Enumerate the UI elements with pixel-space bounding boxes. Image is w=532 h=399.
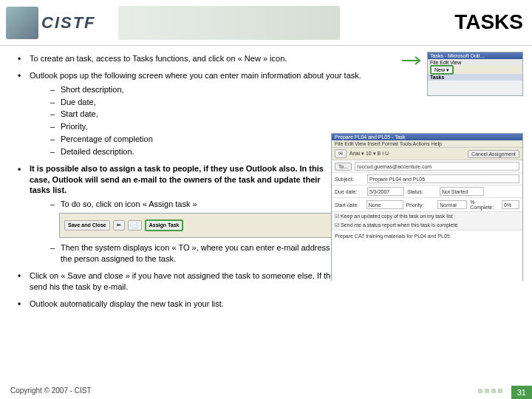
status-label: Status: bbox=[407, 189, 437, 194]
copyright: Copyright © 2007 - CIST bbox=[10, 386, 92, 395]
logo-text: CISTF bbox=[41, 13, 96, 33]
task-window-screenshot: Prepare PL04 and PL05 - Task File Edit V… bbox=[331, 133, 523, 281]
tasks-pane-screenshot: Tasks - Microsoft Outl… File Edit View N… bbox=[427, 52, 523, 96]
copy-icon: 📄 bbox=[128, 220, 142, 230]
check-2-label: Send me a status report when this task i… bbox=[341, 222, 457, 228]
sub-2-3: Start date, bbox=[30, 109, 519, 120]
assign-toolbar-screenshot: Save and Close ✂ 📄 Assign Task bbox=[59, 213, 355, 238]
thumb-tasks-label: Tasks bbox=[428, 74, 522, 81]
new-button: New ▾ bbox=[430, 65, 454, 75]
status-field: Not Started bbox=[440, 187, 484, 196]
check-2: ☑ Send me a status report when this task… bbox=[335, 222, 457, 228]
sub-3-1: To do so, click on icon « Assign task » bbox=[30, 199, 324, 210]
send-icon: ✉ bbox=[335, 149, 347, 158]
logo: CISTF bbox=[6, 3, 117, 43]
bullet-2-text: Outlook pops up the following screen whe… bbox=[30, 71, 361, 80]
page-title: TASKS bbox=[454, 10, 523, 34]
slide-header: CISTF TASKS bbox=[0, 0, 532, 46]
save-and-close-button: Save and Close bbox=[64, 220, 110, 230]
bullet-3: It is possible also to assign a task to … bbox=[13, 163, 324, 265]
start-field: None bbox=[366, 200, 403, 209]
logo-mark bbox=[6, 7, 38, 39]
cancel-assignment-button: Cancel Assignment bbox=[468, 150, 519, 158]
sub-2-2: Due date, bbox=[30, 97, 519, 108]
priority-field: Normal bbox=[437, 200, 467, 209]
due-field: 5/3/2007 bbox=[367, 187, 404, 196]
cut-icon: ✂ bbox=[113, 220, 125, 230]
to-button: To... bbox=[335, 163, 352, 171]
complete-label: % Complete: bbox=[470, 200, 499, 210]
start-label: Start date: bbox=[335, 202, 364, 208]
subject-field: Prepare PL04 and PL05 bbox=[367, 174, 519, 183]
check-1-label: Keep an updated copy of this task on my … bbox=[341, 214, 453, 219]
thumb-titlebar: Tasks - Microsoft Outl… bbox=[428, 52, 522, 59]
assign-task-button: Assign Task bbox=[145, 219, 184, 231]
bullet-3-text: It is possible also to assign a task to … bbox=[30, 164, 324, 195]
subject-label: Subject: bbox=[335, 177, 364, 182]
sub-3-2: Then the system displays icon « TO », wh… bbox=[30, 242, 340, 265]
task-toolbar: ✉ Arial ▾ 10 ▾ B I U Cancel Assignment bbox=[332, 148, 522, 160]
bullet-5: Outlook automatically display the new ta… bbox=[13, 299, 519, 310]
task-menubar: File Edit View Insert Format Tools Actio… bbox=[332, 140, 522, 148]
page-number: 31 bbox=[511, 386, 532, 399]
due-label: Due date: bbox=[335, 189, 364, 194]
task-titlebar: Prepare PL04 and PL05 - Task bbox=[332, 134, 522, 140]
check-1: ☑ Keep an updated copy of this task on m… bbox=[335, 214, 453, 219]
bullet-1-text: To create an task, access to Tasks funct… bbox=[30, 54, 287, 63]
footer-decoration bbox=[478, 389, 502, 393]
task-body: Prepare CAT training materials for PL04 … bbox=[332, 231, 522, 282]
sub-2-4: Priority, bbox=[30, 121, 519, 132]
to-field: roccud.guemas@accenture.com bbox=[355, 162, 519, 171]
banner-image bbox=[118, 6, 340, 40]
priority-label: Priority: bbox=[406, 202, 435, 208]
complete-field: 0% bbox=[502, 200, 519, 209]
